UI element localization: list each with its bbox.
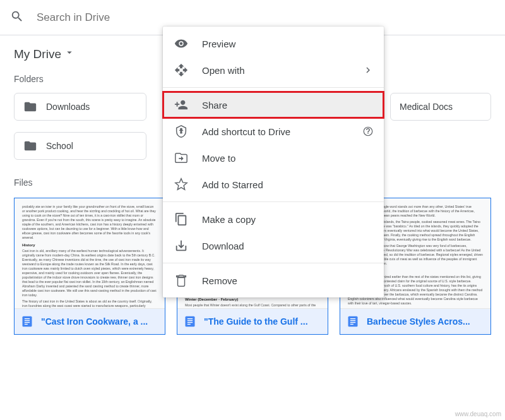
menu-label: Add to Starred — [202, 179, 263, 190]
chevron-right-icon — [362, 64, 374, 76]
menu-share[interactable]: Share — [163, 92, 384, 118]
menu-label: Open with — [202, 65, 245, 76]
svg-rect-10 — [348, 316, 358, 327]
watermark: www.deuaq.com — [455, 411, 501, 417]
menu-preview[interactable]: Preview — [163, 30, 384, 57]
trash-icon — [174, 273, 188, 287]
folder-downloads[interactable]: Downloads — [14, 93, 146, 121]
file-footer: "Cast Iron Cookware, a ... — [15, 309, 165, 334]
breadcrumb-label: My Drive — [14, 47, 61, 61]
star-icon — [174, 177, 188, 191]
folder-label: Downloads — [46, 102, 90, 112]
file-card[interactable]: probably ate an ister in your family lik… — [14, 198, 165, 335]
docs-icon — [347, 315, 359, 328]
folder-icon — [23, 100, 37, 114]
menu-label: Move to — [202, 153, 235, 164]
svg-rect-11 — [350, 318, 355, 319]
menu-download[interactable]: Download — [163, 232, 384, 259]
folder-icon — [23, 139, 37, 153]
svg-rect-9 — [187, 324, 191, 325]
move-icon — [174, 151, 188, 165]
svg-rect-12 — [350, 320, 355, 321]
shortcut-icon — [174, 124, 188, 138]
folder-label: School — [46, 141, 73, 151]
menu-label: Download — [202, 241, 244, 251]
svg-rect-7 — [187, 320, 193, 321]
open-with-icon — [174, 63, 188, 77]
svg-rect-2 — [25, 320, 30, 321]
menu-remove[interactable]: Remove — [163, 267, 384, 294]
menu-add-shortcut[interactable]: Add shortcut to Drive — [163, 118, 384, 145]
menu-label: Make a copy — [202, 214, 256, 225]
folder-label: Medical Docs — [400, 102, 453, 112]
file-title: Barbecue Styles Acros... — [367, 316, 470, 327]
docs-icon — [21, 315, 33, 328]
svg-rect-5 — [186, 316, 195, 327]
file-footer: "The Guide to the Gulf ... — [177, 309, 328, 334]
menu-label: Remove — [202, 275, 237, 286]
help-icon — [362, 126, 374, 137]
file-thumbnail: probably ate an ister in your family lik… — [15, 198, 165, 309]
folder-medical-docs[interactable]: Medical Docs — [390, 93, 491, 121]
menu-divider — [163, 87, 384, 88]
eye-icon — [174, 37, 188, 51]
file-footer: Barbecue Styles Acros... — [340, 309, 490, 334]
svg-rect-1 — [25, 318, 30, 319]
menu-divider — [163, 263, 384, 263]
svg-rect-3 — [25, 322, 30, 323]
docs-icon — [184, 315, 196, 328]
menu-open-with[interactable]: Open with — [163, 57, 384, 83]
file-title: "The Guide to the Gulf ... — [204, 316, 308, 327]
menu-move-to[interactable]: Move to — [163, 145, 384, 171]
menu-label: Share — [202, 100, 227, 111]
menu-divider — [163, 201, 384, 202]
svg-rect-13 — [350, 322, 355, 323]
search-icon — [10, 9, 24, 26]
menu-make-copy[interactable]: Make a copy — [163, 206, 384, 232]
search-input[interactable] — [37, 11, 226, 24]
context-menu: Preview Open with Share Add shortcut to … — [163, 27, 384, 297]
menu-label: Preview — [202, 39, 235, 49]
svg-rect-0 — [23, 316, 32, 327]
svg-rect-14 — [350, 324, 354, 325]
download-icon — [174, 239, 188, 253]
menu-add-starred[interactable]: Add to Starred — [163, 171, 384, 198]
svg-rect-4 — [25, 324, 28, 325]
dropdown-icon — [61, 47, 75, 61]
copy-icon — [174, 212, 188, 226]
menu-label: Add shortcut to Drive — [202, 126, 290, 137]
svg-rect-6 — [187, 318, 193, 319]
file-title: "Cast Iron Cookware, a ... — [41, 316, 148, 327]
svg-rect-8 — [187, 322, 193, 323]
person-add-icon — [174, 98, 188, 112]
folder-school[interactable]: School — [14, 132, 146, 160]
